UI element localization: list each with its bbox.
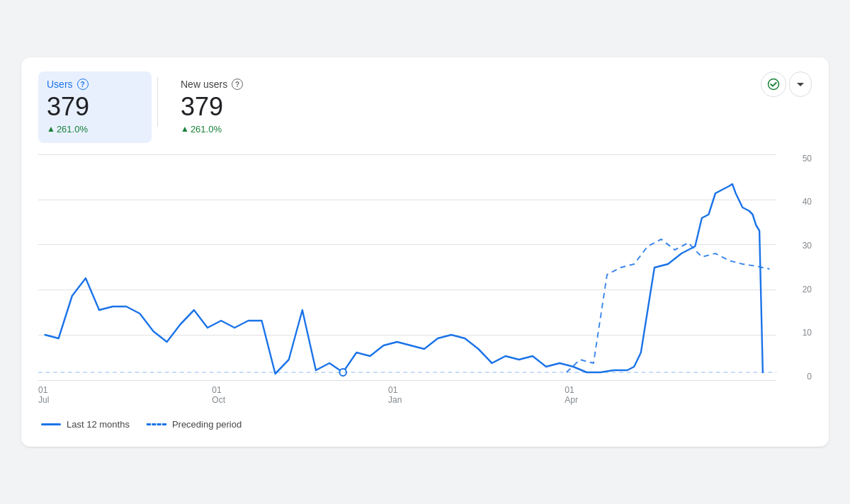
- dropdown-button[interactable]: [789, 71, 812, 97]
- svg-point-0: [769, 79, 779, 90]
- metrics-row: Users ? 379 ▲ 261.0% New users ? 379 ▲ 2…: [38, 71, 812, 143]
- x-label-apr: 01 Apr: [565, 385, 578, 405]
- y-label-40: 40: [783, 197, 812, 206]
- metric-divider: [157, 77, 158, 127]
- y-label-30: 30: [783, 241, 812, 250]
- legend: Last 12 months Preceding period: [38, 419, 812, 430]
- new-users-metric[interactable]: New users ? 379 ▲ 261.0%: [172, 71, 285, 143]
- y-label-10: 10: [783, 328, 812, 337]
- new-users-help-icon[interactable]: ?: [232, 79, 243, 90]
- users-value: 379: [47, 93, 140, 121]
- chart-svg: [38, 154, 776, 381]
- users-help-icon[interactable]: ?: [77, 79, 89, 90]
- x-label-jan: 01 Jan: [388, 385, 402, 405]
- legend-dashed-label: Preceding period: [172, 419, 242, 430]
- chart-container: 0 10 20 30 40 50 01 Jul 01 Oct 01 Jan: [38, 154, 812, 430]
- chart-area: 0 10 20 30 40 50: [38, 154, 776, 381]
- new-users-change: ▲ 261.0%: [181, 124, 274, 134]
- analytics-card: Users ? 379 ▲ 261.0% New users ? 379 ▲ 2…: [21, 57, 829, 447]
- x-axis: 01 Jul 01 Oct 01 Jan 01 Apr: [38, 385, 776, 405]
- legend-solid-line: [41, 423, 61, 425]
- main-line: [45, 184, 763, 374]
- x-label-jul: 01 Jul: [38, 385, 49, 405]
- preceding-period-line: [567, 239, 770, 372]
- new-users-label: New users ?: [181, 79, 274, 90]
- y-label-50: 50: [783, 154, 812, 163]
- users-arrow-icon: ▲: [47, 124, 55, 134]
- users-label: Users ?: [47, 79, 140, 90]
- legend-solid: Last 12 months: [41, 419, 130, 430]
- legend-solid-label: Last 12 months: [67, 419, 130, 430]
- y-label-20: 20: [783, 285, 812, 294]
- check-button[interactable]: [761, 71, 786, 97]
- x-label-oct: 01 Oct: [212, 385, 225, 405]
- users-metric[interactable]: Users ? 379 ▲ 261.0%: [38, 71, 152, 143]
- legend-dashed-line: [147, 423, 166, 425]
- new-users-value: 379: [181, 93, 274, 121]
- users-change: ▲ 261.0%: [47, 124, 140, 134]
- top-controls: [761, 71, 812, 97]
- legend-dashed: Preceding period: [147, 419, 242, 430]
- y-label-0: 0: [783, 372, 812, 381]
- new-users-arrow-icon: ▲: [181, 124, 189, 134]
- y-axis: 0 10 20 30 40 50: [778, 154, 812, 381]
